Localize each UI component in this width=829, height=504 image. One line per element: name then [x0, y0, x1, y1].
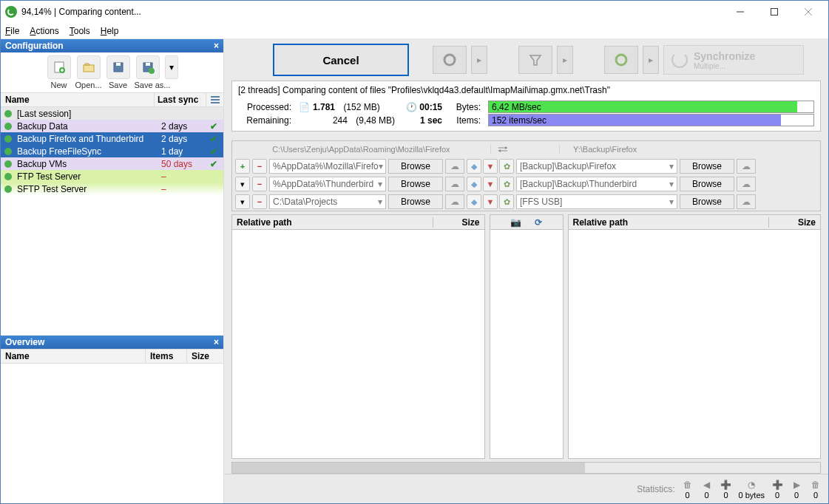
config-list[interactable]: [Last session] Backup Data 2 days ✔ Back…	[1, 107, 223, 195]
ov-col-name[interactable]: Name	[1, 350, 145, 363]
cloud-right-icon[interactable]: ☁	[737, 159, 756, 174]
pair-compare-icon[interactable]: ◆	[467, 177, 481, 191]
right-path-input[interactable]: [Backup]\Backup\Firefox▾	[516, 159, 677, 174]
config-close-icon[interactable]: ×	[214, 41, 219, 51]
left-grid-body[interactable]	[232, 230, 484, 458]
close-button[interactable]	[791, 1, 825, 23]
horizontal-scrollbar[interactable]	[231, 462, 821, 474]
browse-left-button[interactable]: Browse	[388, 159, 443, 174]
col-name[interactable]: Name	[1, 93, 154, 106]
config-row[interactable]: FTP Test Server –	[1, 170, 223, 183]
right-col-size[interactable]: Size	[768, 217, 820, 228]
cloud-right-icon[interactable]: ☁	[737, 194, 756, 209]
browse-right-button[interactable]: Browse	[680, 177, 734, 191]
pair-sync-icon[interactable]: ✿	[499, 159, 514, 174]
remove-pair-button[interactable]: −	[252, 177, 267, 191]
filter-dropdown[interactable]: ▸	[557, 46, 573, 74]
remove-pair-button[interactable]: −	[252, 159, 267, 174]
svg-point-23	[4, 173, 12, 180]
overview-close-icon[interactable]: ×	[214, 337, 219, 347]
browse-right-button[interactable]: Browse	[680, 159, 734, 174]
content-area: Cancel ▸ ▸ ▸ Synchronize Multiple... [2 …	[224, 39, 828, 503]
cloud-left-icon[interactable]: ☁	[445, 159, 464, 174]
menu-actions[interactable]: Actions	[30, 26, 58, 36]
compare-settings-dropdown[interactable]: ▸	[471, 46, 487, 74]
pair-dropdown[interactable]: ▾	[235, 194, 250, 209]
pair-filter-icon[interactable]: ▼	[483, 177, 498, 191]
sync-settings-dropdown[interactable]: ▸	[643, 46, 659, 74]
open-button[interactable]: Open...	[75, 55, 102, 89]
right-path-input[interactable]: [Backup]\Backup\Thunderbird▾	[516, 177, 677, 191]
config-row[interactable]: Backup Data 2 days ✔	[1, 120, 223, 132]
minimize-button[interactable]	[723, 1, 757, 23]
overview-header: Name Items Size	[1, 349, 223, 364]
pair-sync-icon[interactable]: ✿	[499, 194, 514, 209]
menu-file[interactable]: File	[5, 26, 19, 36]
left-col-relpath[interactable]: Relative path	[232, 217, 433, 228]
pair-compare-icon[interactable]: ◆	[467, 159, 481, 174]
sync-file-icon	[2, 146, 14, 157]
stat-value: 0	[771, 491, 784, 500]
add-pair-button[interactable]: +	[235, 159, 250, 174]
cloud-left-icon[interactable]: ☁	[445, 177, 464, 191]
swap-button[interactable]	[490, 145, 560, 154]
save-button[interactable]: Save	[105, 55, 132, 89]
menu-tools[interactable]: Tools	[70, 26, 90, 36]
sync-settings-button[interactable]	[604, 46, 638, 74]
browse-left-button[interactable]: Browse	[388, 177, 443, 191]
cloud-right-icon[interactable]: ☁	[737, 177, 756, 191]
left-grid: Relative pathSize	[231, 214, 485, 459]
camera-icon[interactable]: 📷	[510, 217, 521, 228]
new-button[interactable]: New	[46, 55, 72, 89]
cancel-button[interactable]: Cancel	[273, 44, 409, 76]
config-row[interactable]: Backup Firefox and Thunderbird 2 days ✔	[1, 132, 223, 145]
bytes-label: Bytes:	[450, 101, 481, 114]
pair-filter-icon[interactable]: ▼	[483, 159, 498, 174]
left-path-input[interactable]: %AppData%\Mozilla\Firefo▾	[269, 159, 386, 174]
bytes-rate: 6,42 MB/sec	[492, 102, 541, 112]
compare-settings-button[interactable]	[433, 46, 467, 74]
browse-left-button[interactable]: Browse	[388, 194, 443, 209]
config-row[interactable]: Backup FreeFileSync 1 day ✔	[1, 145, 223, 157]
right-grid-body[interactable]	[569, 230, 821, 458]
menu-help[interactable]: Help	[101, 26, 119, 36]
maximize-button[interactable]	[757, 1, 791, 23]
pair-dropdown[interactable]: ▾	[235, 177, 250, 191]
stat-icon: ▶	[790, 479, 803, 491]
right-path-input[interactable]: [FFS USB]▾	[516, 194, 677, 209]
config-row-lastsync: 50 days	[161, 159, 206, 169]
pair-row: ▾ − %AppData%\Thunderbird▾ Browse ☁ ◆ ▼ …	[232, 175, 820, 193]
saveas-dropdown[interactable]: ▾	[164, 55, 179, 89]
sync-file-icon	[2, 184, 14, 194]
config-row[interactable]: [Last session]	[1, 107, 223, 120]
sync-icon	[671, 52, 688, 68]
left-path-input[interactable]: C:\Data\Projects▾	[269, 194, 386, 209]
items-label: Items:	[450, 114, 481, 127]
config-row-lastsync: –	[161, 184, 206, 194]
elapsed-time: 00:15	[419, 102, 442, 112]
ov-col-size[interactable]: Size	[186, 350, 223, 363]
config-row[interactable]: Backup VMs 50 days ✔	[1, 157, 223, 170]
middle-grid-body[interactable]	[490, 230, 563, 458]
pair-compare-icon[interactable]: ◆	[467, 194, 481, 209]
config-blank	[1, 195, 223, 336]
svg-point-20	[4, 135, 12, 143]
status-box: [2 threads] Comparing content of files "…	[231, 81, 821, 132]
left-col-size[interactable]: Size	[433, 217, 484, 228]
config-row[interactable]: SFTP Test Server –	[1, 183, 223, 195]
ov-col-items[interactable]: Items	[145, 350, 186, 363]
col-lastsync[interactable]: Last sync	[154, 93, 206, 106]
filter-button[interactable]	[518, 46, 552, 74]
window-title: 94,14% | Comparing content...	[21, 7, 723, 17]
col-options-icon[interactable]	[206, 93, 223, 106]
pair-filter-icon[interactable]: ▼	[483, 194, 498, 209]
browse-right-button[interactable]: Browse	[680, 194, 734, 209]
remove-pair-button[interactable]: −	[252, 194, 267, 209]
right-col-relpath[interactable]: Relative path	[569, 217, 769, 228]
refresh-icon[interactable]: ⟳	[535, 217, 542, 228]
cloud-left-icon[interactable]: ☁	[445, 194, 464, 209]
left-path-input[interactable]: %AppData%\Thunderbird▾	[269, 177, 386, 191]
pair-sync-icon[interactable]: ✿	[499, 177, 514, 191]
synchronize-button[interactable]: Synchronize Multiple...	[663, 45, 804, 75]
saveas-button[interactable]: Save as...	[135, 55, 161, 89]
